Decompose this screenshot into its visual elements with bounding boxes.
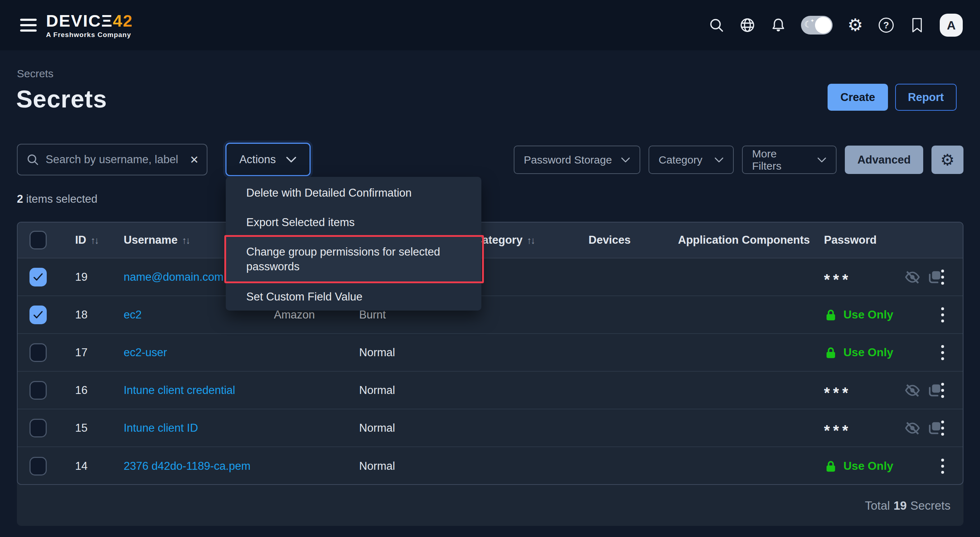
row-id: 14: [58, 460, 107, 473]
advanced-button[interactable]: Advanced: [845, 146, 923, 174]
sort-icon[interactable]: ↑↓: [182, 235, 189, 246]
table-row: 18ec2AmazonBurntUse Only: [18, 296, 963, 334]
sort-icon[interactable]: ↑↓: [527, 235, 534, 246]
help-icon[interactable]: ?: [878, 17, 894, 33]
more-filters-dropdown[interactable]: More Filters: [742, 146, 837, 174]
row-id: 17: [58, 346, 107, 359]
username-link[interactable]: 2376 d42do-1189-ca.pem: [124, 460, 251, 472]
top-navbar: DEVICΞ42 A Freshworks Company ☾ ✦ ⚙ ?: [0, 0, 980, 50]
topbar-actions: ☾ ✦ ⚙ ? A: [708, 14, 963, 37]
table-footer: Total19Secrets: [17, 486, 964, 526]
eye-off-icon[interactable]: [904, 420, 921, 436]
search-box[interactable]: ✕: [17, 144, 207, 175]
row-id: 16: [58, 384, 107, 397]
sort-icon[interactable]: ↑↓: [91, 235, 98, 246]
use-only-badge: Use Only: [824, 346, 893, 359]
category-value: Normal: [342, 460, 457, 473]
actions-label: Actions: [239, 153, 276, 166]
table-settings-gear-button[interactable]: ⚙: [931, 146, 964, 174]
table-row: 17ec2-userNormalUse Only: [18, 334, 963, 372]
row-id: 15: [58, 422, 107, 435]
row-checkbox[interactable]: [29, 457, 47, 475]
username-link[interactable]: Intune client credential: [124, 384, 235, 396]
column-header-devices: Devices: [572, 234, 661, 246]
use-only-badge: Use Only: [824, 308, 893, 322]
row-checkbox[interactable]: [29, 268, 47, 286]
row-checkbox[interactable]: [29, 381, 47, 400]
clear-search-icon[interactable]: ✕: [190, 154, 199, 166]
masked-password: ***: [824, 271, 851, 288]
category-value: Normal: [342, 346, 457, 359]
hamburger-menu-icon[interactable]: [20, 19, 37, 32]
menu-item-delete-with-detailed[interactable]: Delete with Detailed Confirmation: [226, 177, 481, 208]
category-value: Normal: [342, 384, 457, 397]
page-title: Secrets: [16, 85, 107, 113]
column-header-application-components: Application Components: [661, 234, 807, 246]
eye-off-icon[interactable]: [904, 382, 921, 399]
bookmark-icon[interactable]: [909, 17, 925, 33]
table-row: 16Intune client credentialNormal***: [18, 372, 963, 409]
row-kebab-menu[interactable]: [940, 381, 945, 399]
chevron-down-icon: [817, 157, 826, 163]
menu-item-export-selected-items[interactable]: Export Selected items: [226, 208, 481, 236]
row-kebab-menu[interactable]: [940, 344, 945, 362]
search-icon[interactable]: [708, 17, 725, 33]
password-cell: ***: [807, 409, 963, 446]
brand-area: DEVICΞ42 A Freshworks Company: [20, 12, 133, 39]
table-row: 19name@domain.com***: [18, 259, 963, 296]
secrets-page: DEVICΞ42 A Freshworks Company ☾ ✦ ⚙ ?: [0, 0, 980, 537]
settings-gear-icon[interactable]: ⚙: [847, 17, 864, 33]
password-cell: Use Only: [807, 447, 963, 485]
search-input[interactable]: [46, 153, 183, 166]
lock-icon: [824, 459, 838, 473]
actions-dropdown-button[interactable]: Actions: [225, 143, 310, 176]
password-cell: ***: [807, 259, 963, 296]
username-link[interactable]: ec2: [124, 308, 142, 321]
notifications-bell-icon[interactable]: [770, 17, 787, 33]
user-avatar[interactable]: A: [940, 14, 963, 37]
device42-logo[interactable]: DEVICΞ42 A Freshworks Company: [46, 12, 133, 39]
table-header-row: ID↑↓Username↑↓Category↑↓DevicesApplicati…: [18, 222, 963, 259]
username-link[interactable]: Intune client ID: [124, 422, 198, 434]
username-link[interactable]: name@domain.com: [124, 271, 224, 283]
menu-item-change-group-permissions[interactable]: Change group permissions for selected pa…: [226, 236, 481, 283]
row-id: 18: [58, 308, 107, 321]
username-link[interactable]: ec2-user: [124, 346, 167, 359]
row-kebab-menu[interactable]: [940, 419, 945, 437]
row-checkbox[interactable]: [29, 343, 47, 362]
row-checkbox[interactable]: [29, 305, 47, 324]
theme-toggle[interactable]: ☾ ✦: [801, 16, 833, 35]
row-kebab-menu[interactable]: [940, 457, 945, 475]
logo-subtitle: A Freshworks Company: [46, 31, 133, 39]
lock-icon: [824, 308, 838, 322]
row-id: 19: [58, 271, 107, 284]
eye-off-icon[interactable]: [904, 269, 921, 285]
toggle-knob: [815, 17, 832, 33]
chevron-down-icon: [621, 157, 630, 163]
secrets-table-card: ID↑↓Username↑↓Category↑↓DevicesApplicati…: [17, 222, 964, 526]
logo-text: DEVICΞ42: [46, 12, 133, 30]
column-header-password: Password: [807, 234, 963, 246]
breadcrumb[interactable]: Secrets: [17, 68, 54, 80]
lock-icon: [824, 346, 838, 359]
sparkle-icon: ✦: [810, 18, 814, 23]
table-body: 19name@domain.com***18ec2AmazonBurntUse …: [18, 259, 963, 485]
row-checkbox[interactable]: [29, 419, 47, 437]
secrets-table: ID↑↓Username↑↓Category↑↓DevicesApplicati…: [17, 222, 964, 485]
row-kebab-menu[interactable]: [940, 306, 945, 324]
filter-bar: Password Storage Category More Filters A…: [514, 146, 964, 174]
column-header-id[interactable]: ID↑↓: [58, 234, 107, 246]
table-row: 142376 d42do-1189-ca.pemNormalUse Only: [18, 447, 963, 485]
search-input-icon: [26, 153, 39, 166]
row-kebab-menu[interactable]: [940, 268, 945, 286]
report-button[interactable]: Report: [895, 84, 957, 111]
create-button[interactable]: Create: [827, 84, 888, 111]
category-filter[interactable]: Category: [649, 146, 734, 174]
password-cell: ***: [807, 372, 963, 409]
globe-icon[interactable]: [739, 17, 756, 33]
check-icon: [33, 273, 43, 281]
menu-item-set-custom-field[interactable]: Set Custom Field Value: [226, 283, 481, 311]
selection-status: 2 items selected: [17, 193, 97, 206]
select-all-checkbox[interactable]: [29, 231, 47, 249]
password-storage-filter[interactable]: Password Storage: [514, 146, 640, 174]
